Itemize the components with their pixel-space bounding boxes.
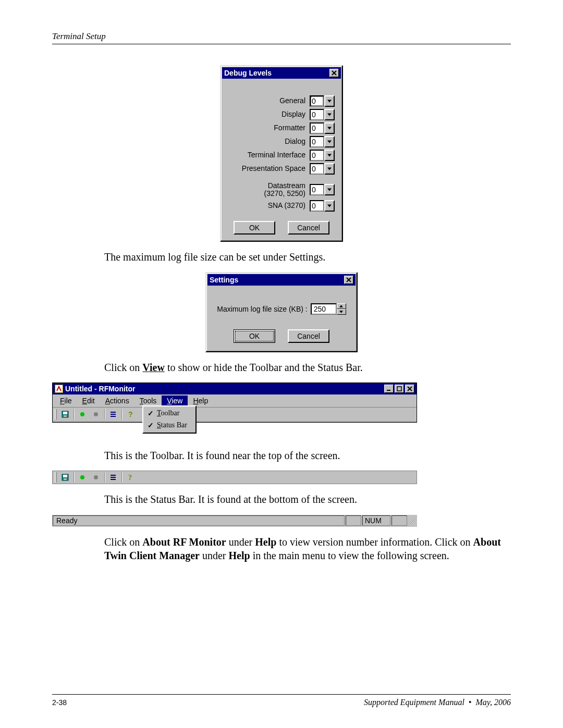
debug-levels-dialog: Debug Levels GeneralDisplayFormatterDial… (220, 65, 343, 242)
debug-levels-titlebar: Debug Levels (222, 67, 341, 79)
rfmonitor-title: Untitled - RFMonitor (65, 383, 383, 394)
debug-field-row: Formatter (228, 122, 335, 134)
paragraph-about: Click on About RF Monitor under Help to … (104, 535, 511, 562)
debug-levels-title: Debug Levels (224, 67, 328, 79)
header-section-label: Terminal Setup (52, 31, 511, 44)
debug-field-input[interactable] (310, 163, 324, 175)
record-grey-icon[interactable] (90, 471, 102, 484)
settings-titlebar: Settings (207, 274, 356, 286)
debug-field-label: SNA (3270) (228, 202, 310, 209)
paragraph-toolbar: This is the Toolbar. It is found near th… (104, 449, 511, 462)
chevron-down-icon[interactable] (324, 184, 335, 195)
max-log-label: Maximum log file size (KB) : (217, 305, 307, 313)
ok-button[interactable]: OK (234, 221, 275, 235)
menubar: FileEditActionsToolsViewHelp (53, 394, 417, 408)
toolbar-separator (104, 472, 105, 483)
record-green-icon[interactable] (76, 408, 89, 421)
toolbar-separator (74, 472, 74, 483)
paragraph-view: Click on View to show or hide the Toolba… (104, 361, 511, 374)
debug-field-row: Terminal Interface (228, 150, 335, 161)
help-icon[interactable]: ? (124, 408, 137, 421)
toolbar-handle[interactable] (55, 472, 57, 483)
close-icon[interactable] (405, 385, 414, 393)
app-icon (55, 385, 63, 393)
debug-field-row: SNA (3270) (228, 200, 335, 212)
view-menu-dropdown: ✓Toolbar✓Status Bar (142, 405, 197, 434)
statusbar-num: NUM (362, 515, 390, 526)
save-icon[interactable] (59, 408, 71, 421)
menu-tools[interactable]: Tools (134, 396, 162, 406)
svg-point-4 (80, 412, 84, 416)
debug-field-label: Datastream (3270, 5250) (228, 182, 310, 198)
close-icon[interactable] (344, 276, 353, 284)
save-icon[interactable] (59, 471, 71, 484)
statusbar: Ready NUM (52, 514, 417, 527)
max-log-input[interactable] (311, 303, 337, 315)
chevron-down-icon[interactable] (324, 122, 335, 134)
chevron-down-icon[interactable] (324, 136, 335, 147)
menu-view[interactable]: View (162, 396, 188, 406)
minimize-icon[interactable] (384, 385, 394, 393)
svg-point-5 (94, 412, 98, 416)
svg-rect-8 (63, 475, 67, 477)
record-green-icon[interactable] (76, 471, 89, 484)
debug-field-input[interactable] (310, 150, 324, 161)
maximize-icon[interactable] (395, 385, 404, 393)
chevron-down-icon[interactable] (324, 109, 335, 120)
menu-help[interactable]: Help (188, 396, 213, 406)
cancel-button[interactable]: Cancel (288, 329, 329, 343)
toolbar-separator (121, 409, 122, 419)
svg-point-11 (94, 475, 98, 479)
statusbar-pane-empty (346, 515, 361, 526)
ok-button[interactable]: OK (234, 329, 275, 343)
toolbar-separator (74, 409, 74, 419)
spin-up-icon[interactable] (337, 303, 346, 309)
toolbar-standalone: ? (52, 471, 417, 484)
toolbar-separator (104, 409, 105, 419)
rfmonitor-window: Untitled - RFMonitor FileEditActionsTool… (52, 382, 417, 423)
view-menu-item-status-bar[interactable]: ✓Status Bar (144, 419, 194, 431)
debug-field-input[interactable] (310, 109, 324, 120)
chevron-down-icon[interactable] (324, 200, 335, 212)
page-footer: 2-38 Supported Equipment Manual•May, 200… (52, 694, 511, 707)
debug-field-label: General (228, 97, 310, 105)
svg-text:?: ? (128, 474, 132, 482)
debug-field-row: Dialog (228, 136, 335, 147)
debug-field-input[interactable] (310, 136, 324, 147)
view-menu-item-toolbar[interactable]: ✓Toolbar (144, 408, 194, 419)
debug-field-row: Presentation Space (228, 163, 335, 175)
debug-field-input[interactable] (310, 122, 324, 134)
paragraph-statusbar: This is the Status Bar. It is found at t… (104, 492, 511, 506)
menu-edit[interactable]: Edit (77, 396, 100, 406)
debug-field-label: Formatter (228, 124, 310, 132)
record-grey-icon[interactable] (90, 408, 102, 421)
statusbar-ready: Ready (53, 515, 345, 526)
menu-file[interactable]: File (55, 396, 77, 406)
page-number: 2-38 (52, 698, 67, 707)
debug-field-row: Datastream (3270, 5250) (228, 182, 335, 198)
debug-field-input[interactable] (310, 184, 324, 195)
cancel-button[interactable]: Cancel (288, 221, 329, 235)
svg-rect-0 (397, 387, 401, 391)
chevron-down-icon[interactable] (324, 95, 335, 107)
debug-field-label: Presentation Space (228, 165, 310, 172)
svg-rect-3 (64, 415, 67, 417)
toolbar-separator (121, 472, 122, 483)
list-icon[interactable] (107, 471, 119, 484)
svg-text:?: ? (128, 410, 133, 418)
paragraph-max-log: The maximum log file size can be set und… (104, 250, 511, 264)
help-icon[interactable]: ? (124, 471, 137, 484)
spin-down-icon[interactable] (337, 309, 346, 315)
toolbar-handle[interactable] (55, 409, 57, 419)
resize-grip-icon[interactable] (408, 515, 417, 526)
chevron-down-icon[interactable] (324, 163, 335, 175)
chevron-down-icon[interactable] (324, 150, 335, 161)
debug-field-input[interactable] (310, 200, 324, 212)
settings-dialog: Settings Maximum log file size (KB) : OK (205, 272, 358, 352)
debug-field-row: General (228, 95, 335, 107)
menu-actions[interactable]: Actions (100, 396, 134, 406)
close-icon[interactable] (329, 69, 339, 77)
list-icon[interactable] (107, 408, 119, 421)
debug-field-input[interactable] (310, 95, 324, 107)
toolbar: ? (53, 408, 417, 422)
